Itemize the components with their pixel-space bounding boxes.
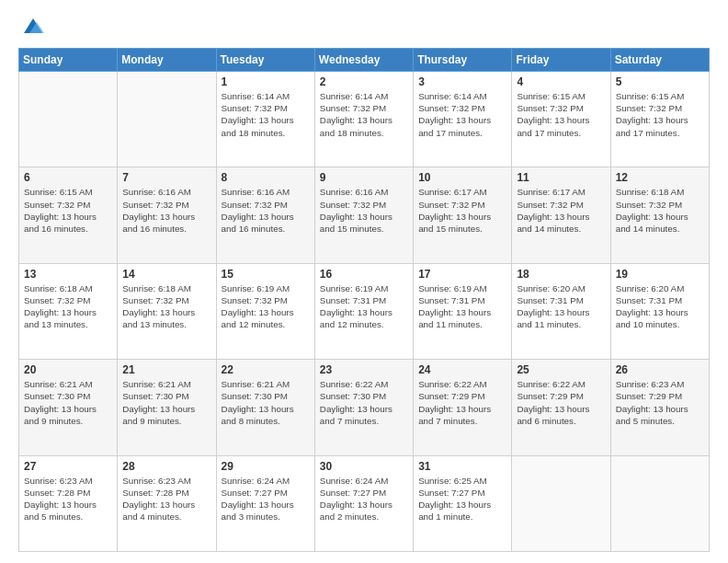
weekday-header-row: SundayMondayTuesdayWednesdayThursdayFrid… — [19, 49, 710, 72]
day-info: Sunrise: 6:19 AM Sunset: 7:31 PM Dayligh… — [418, 282, 506, 331]
weekday-friday: Friday — [512, 49, 610, 72]
weekday-thursday: Thursday — [414, 49, 512, 72]
calendar-cell: 1Sunrise: 6:14 AM Sunset: 7:32 PM Daylig… — [216, 72, 314, 167]
day-info: Sunrise: 6:14 AM Sunset: 7:32 PM Dayligh… — [222, 90, 310, 139]
weekday-sunday: Sunday — [19, 49, 118, 72]
calendar-table: SundayMondayTuesdayWednesdayThursdayFrid… — [18, 48, 710, 552]
day-info: Sunrise: 6:16 AM Sunset: 7:32 PM Dayligh… — [122, 186, 210, 235]
day-number: 30 — [320, 460, 408, 473]
day-number: 16 — [320, 268, 408, 281]
day-info: Sunrise: 6:23 AM Sunset: 7:28 PM Dayligh… — [24, 475, 112, 523]
day-number: 17 — [418, 268, 506, 281]
day-info: Sunrise: 6:15 AM Sunset: 7:32 PM Dayligh… — [616, 90, 704, 139]
page: SundayMondayTuesdayWednesdayThursdayFrid… — [0, 0, 728, 563]
weekday-wednesday: Wednesday — [314, 49, 413, 72]
day-info: Sunrise: 6:18 AM Sunset: 7:32 PM Dayligh… — [122, 282, 210, 331]
day-number: 19 — [616, 268, 704, 281]
calendar-cell — [610, 455, 709, 551]
day-number: 31 — [418, 460, 506, 473]
day-info: Sunrise: 6:20 AM Sunset: 7:31 PM Dayligh… — [517, 282, 605, 331]
calendar-cell: 10Sunrise: 6:17 AM Sunset: 7:32 PM Dayli… — [414, 167, 512, 263]
day-number: 6 — [24, 171, 112, 184]
calendar-row-4: 27Sunrise: 6:23 AM Sunset: 7:28 PM Dayli… — [19, 455, 710, 551]
day-number: 25 — [517, 363, 605, 376]
day-number: 14 — [122, 268, 210, 281]
day-info: Sunrise: 6:14 AM Sunset: 7:32 PM Dayligh… — [320, 90, 408, 139]
day-info: Sunrise: 6:17 AM Sunset: 7:32 PM Dayligh… — [418, 186, 506, 235]
calendar-cell: 4Sunrise: 6:15 AM Sunset: 7:32 PM Daylig… — [512, 72, 610, 167]
weekday-saturday: Saturday — [610, 49, 709, 72]
day-info: Sunrise: 6:19 AM Sunset: 7:32 PM Dayligh… — [222, 282, 310, 331]
calendar-cell: 30Sunrise: 6:24 AM Sunset: 7:27 PM Dayli… — [314, 455, 413, 551]
calendar-cell: 9Sunrise: 6:16 AM Sunset: 7:32 PM Daylig… — [314, 167, 413, 263]
day-info: Sunrise: 6:18 AM Sunset: 7:32 PM Dayligh… — [616, 186, 704, 235]
day-info: Sunrise: 6:16 AM Sunset: 7:32 PM Dayligh… — [320, 186, 408, 235]
calendar-row-1: 6Sunrise: 6:15 AM Sunset: 7:32 PM Daylig… — [19, 167, 710, 263]
calendar-cell: 28Sunrise: 6:23 AM Sunset: 7:28 PM Dayli… — [118, 455, 216, 551]
day-number: 24 — [418, 363, 506, 376]
calendar-cell: 20Sunrise: 6:21 AM Sunset: 7:30 PM Dayli… — [19, 360, 118, 455]
calendar-cell — [19, 72, 118, 167]
calendar-cell: 21Sunrise: 6:21 AM Sunset: 7:30 PM Dayli… — [118, 360, 216, 455]
day-info: Sunrise: 6:24 AM Sunset: 7:27 PM Dayligh… — [222, 475, 310, 523]
calendar-cell: 27Sunrise: 6:23 AM Sunset: 7:28 PM Dayli… — [19, 455, 118, 551]
day-info: Sunrise: 6:17 AM Sunset: 7:32 PM Dayligh… — [517, 186, 605, 235]
day-info: Sunrise: 6:16 AM Sunset: 7:32 PM Dayligh… — [222, 186, 310, 235]
calendar-cell: 18Sunrise: 6:20 AM Sunset: 7:31 PM Dayli… — [512, 263, 610, 359]
day-number: 12 — [616, 171, 704, 184]
day-number: 27 — [24, 460, 112, 473]
calendar-cell: 31Sunrise: 6:25 AM Sunset: 7:27 PM Dayli… — [414, 455, 512, 551]
calendar-cell: 25Sunrise: 6:22 AM Sunset: 7:29 PM Dayli… — [512, 360, 610, 455]
calendar-cell: 17Sunrise: 6:19 AM Sunset: 7:31 PM Dayli… — [414, 263, 512, 359]
calendar-row-3: 20Sunrise: 6:21 AM Sunset: 7:30 PM Dayli… — [19, 360, 710, 455]
day-number: 21 — [122, 363, 210, 376]
calendar-cell: 13Sunrise: 6:18 AM Sunset: 7:32 PM Dayli… — [19, 263, 118, 359]
day-info: Sunrise: 6:14 AM Sunset: 7:32 PM Dayligh… — [418, 90, 506, 139]
calendar-cell: 29Sunrise: 6:24 AM Sunset: 7:27 PM Dayli… — [216, 455, 314, 551]
calendar-cell: 26Sunrise: 6:23 AM Sunset: 7:29 PM Dayli… — [610, 360, 709, 455]
day-number: 9 — [320, 171, 408, 184]
calendar-row-0: 1Sunrise: 6:14 AM Sunset: 7:32 PM Daylig… — [19, 72, 710, 167]
calendar-cell: 7Sunrise: 6:16 AM Sunset: 7:32 PM Daylig… — [118, 167, 216, 263]
weekday-monday: Monday — [118, 49, 216, 72]
day-info: Sunrise: 6:18 AM Sunset: 7:32 PM Dayligh… — [24, 282, 112, 331]
day-info: Sunrise: 6:20 AM Sunset: 7:31 PM Dayligh… — [616, 282, 704, 331]
calendar-cell: 6Sunrise: 6:15 AM Sunset: 7:32 PM Daylig… — [19, 167, 118, 263]
calendar-cell: 19Sunrise: 6:20 AM Sunset: 7:31 PM Dayli… — [610, 263, 709, 359]
day-number: 7 — [122, 171, 210, 184]
day-info: Sunrise: 6:19 AM Sunset: 7:31 PM Dayligh… — [320, 282, 408, 331]
day-info: Sunrise: 6:23 AM Sunset: 7:29 PM Dayligh… — [616, 378, 704, 427]
day-number: 4 — [517, 75, 605, 88]
day-info: Sunrise: 6:21 AM Sunset: 7:30 PM Dayligh… — [24, 378, 112, 427]
day-info: Sunrise: 6:21 AM Sunset: 7:30 PM Dayligh… — [222, 378, 310, 427]
day-number: 18 — [517, 268, 605, 281]
calendar-cell: 3Sunrise: 6:14 AM Sunset: 7:32 PM Daylig… — [414, 72, 512, 167]
calendar-cell: 11Sunrise: 6:17 AM Sunset: 7:32 PM Dayli… — [512, 167, 610, 263]
day-info: Sunrise: 6:22 AM Sunset: 7:29 PM Dayligh… — [517, 378, 605, 427]
calendar-cell: 8Sunrise: 6:16 AM Sunset: 7:32 PM Daylig… — [216, 167, 314, 263]
header — [18, 17, 710, 39]
calendar-row-2: 13Sunrise: 6:18 AM Sunset: 7:32 PM Dayli… — [19, 263, 710, 359]
calendar-cell: 24Sunrise: 6:22 AM Sunset: 7:29 PM Dayli… — [414, 360, 512, 455]
day-info: Sunrise: 6:22 AM Sunset: 7:29 PM Dayligh… — [418, 378, 506, 427]
calendar-cell — [118, 72, 216, 167]
calendar-cell: 12Sunrise: 6:18 AM Sunset: 7:32 PM Dayli… — [610, 167, 709, 263]
day-number: 1 — [222, 75, 310, 88]
calendar-cell: 16Sunrise: 6:19 AM Sunset: 7:31 PM Dayli… — [314, 263, 413, 359]
logo-icon — [20, 13, 46, 39]
day-info: Sunrise: 6:15 AM Sunset: 7:32 PM Dayligh… — [24, 186, 112, 235]
day-number: 3 — [418, 75, 506, 88]
calendar-cell: 23Sunrise: 6:22 AM Sunset: 7:30 PM Dayli… — [314, 360, 413, 455]
day-number: 13 — [24, 268, 112, 281]
day-number: 20 — [24, 363, 112, 376]
day-number: 15 — [222, 268, 310, 281]
day-info: Sunrise: 6:21 AM Sunset: 7:30 PM Dayligh… — [122, 378, 210, 427]
day-info: Sunrise: 6:25 AM Sunset: 7:27 PM Dayligh… — [418, 475, 506, 523]
calendar-cell: 22Sunrise: 6:21 AM Sunset: 7:30 PM Dayli… — [216, 360, 314, 455]
day-info: Sunrise: 6:15 AM Sunset: 7:32 PM Dayligh… — [517, 90, 605, 139]
day-number: 26 — [616, 363, 704, 376]
weekday-tuesday: Tuesday — [216, 49, 314, 72]
day-number: 22 — [222, 363, 310, 376]
calendar-cell: 15Sunrise: 6:19 AM Sunset: 7:32 PM Dayli… — [216, 263, 314, 359]
day-number: 11 — [517, 171, 605, 184]
